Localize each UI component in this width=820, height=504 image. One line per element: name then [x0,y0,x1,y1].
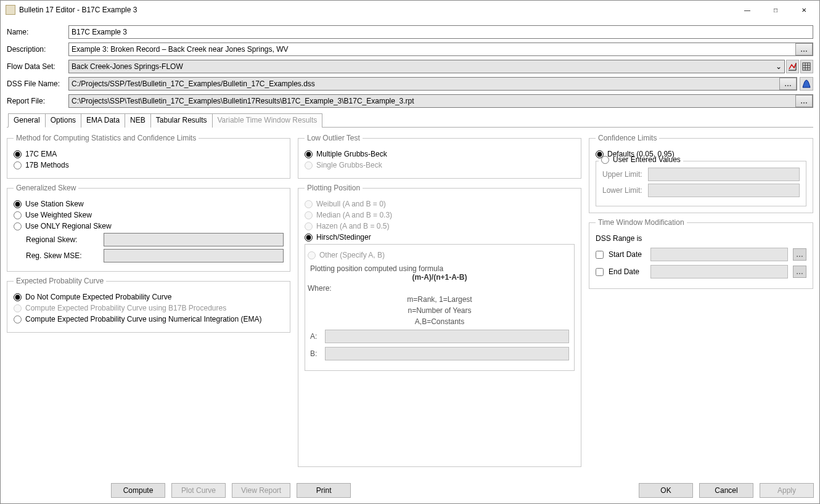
reg-skew-mse-label: Reg. Skew MSE: [26,251,100,260]
tab-options[interactable]: Options [45,113,81,128]
regional-skew-input [104,233,284,246]
a-input [325,330,569,343]
report-file-input[interactable] [68,94,813,108]
radio-regional-skew[interactable] [14,222,22,230]
plot-formula-desc: Plotting position computed using formula [310,264,569,273]
method-legend: Method for Computing Statistics and Conf… [14,134,199,142]
plot-ab-desc: A,B=Constants [308,317,572,326]
radio-hirsch-stedinger[interactable] [305,234,313,242]
svg-rect-0 [803,63,810,70]
b-label: B: [310,349,319,358]
compute-button[interactable]: Compute [111,483,165,498]
flow-data-set-combo[interactable]: Back Creek-Jones Springs-FLOW ⌄ [68,60,785,73]
view-report-button: View Report [232,483,290,498]
plot-m-desc: m=Rank, 1=Largest [308,295,572,304]
description-label: Description: [7,45,68,54]
ok-button[interactable]: OK [639,483,693,498]
radio-17b-methods[interactable] [14,161,22,169]
radio-multiple-grubbs-beck[interactable] [305,150,313,158]
confidence-limits-group: Confidence Limits Defaults (0.05, 0.95) … [589,134,813,213]
radio-hazen [305,222,313,230]
upper-limit-input [648,168,800,181]
app-icon [6,5,15,15]
tab-tabular-results[interactable]: Tabular Results [150,113,213,128]
check-end-date[interactable] [596,268,604,276]
plotting-position-legend: Plotting Position [305,184,363,192]
plotting-position-group: Plotting Position Weibull (A and B = 0) … [298,184,581,467]
start-date-picker-button: … [793,248,806,261]
radio-station-skew[interactable] [14,200,22,208]
tab-neb[interactable]: NEB [125,113,151,128]
time-window-group: Time Window Modification DSS Range is St… [589,218,813,289]
radio-weibull [305,200,313,208]
plot-formula-eq: (m-A)/(n+1-A-B) [308,273,572,282]
name-input[interactable] [68,25,813,39]
check-start-date[interactable] [596,251,604,259]
report-file-label: Report File: [7,97,68,105]
end-date-input [650,265,788,278]
radio-do-not-compute-epc[interactable] [14,293,22,301]
tab-variable-time-window: Variable Time Window Results [212,113,323,128]
regional-skew-label: Regional Skew: [26,235,100,244]
plot-data-button[interactable] [786,60,799,73]
cancel-button[interactable]: Cancel [699,483,753,498]
radio-single-grubbs-beck [305,161,313,169]
start-date-input [650,248,788,261]
radio-other-ab [308,251,316,259]
end-date-label: End Date [609,267,646,276]
dss-file-input[interactable] [68,77,797,91]
expected-prob-legend: Expected Probablity Curve [14,277,106,285]
user-entered-subgroup: User Entered Values Upper Limit: Lower L… [596,161,806,206]
tab-bar: General Options EMA Data NEB Tabular Res… [7,113,813,128]
dss-file-browse-button[interactable]: … [779,78,797,90]
lower-limit-input [648,184,800,197]
radio-weighted-skew[interactable] [14,211,22,219]
start-date-label: Start Date [609,250,646,259]
skew-legend: Generalized Skew [14,184,78,192]
name-label: Name: [7,28,68,36]
a-label: A: [310,332,319,341]
skew-group: Generalized Skew Use Station Skew Use We… [7,184,290,272]
low-outlier-legend: Low Outlier Test [305,134,363,142]
chevron-down-icon: ⌄ [776,62,782,71]
flow-data-set-label: Flow Data Set: [7,62,68,71]
confidence-limits-legend: Confidence Limits [596,134,659,142]
window-title: Bulletin 17 Editor - B17C Example 3 [19,6,733,14]
radio-user-entered[interactable] [601,156,609,164]
flow-data-set-value: Back Creek-Jones Springs-FLOW [72,62,183,71]
reg-skew-mse-input [104,249,284,262]
dss-range-label: DSS Range is [596,234,806,243]
distribution-button[interactable] [800,77,813,91]
low-outlier-group: Low Outlier Test Multiple Grubbs-Beck Si… [298,134,581,179]
titlebar: Bulletin 17 Editor - B17C Example 3 — □ … [1,1,819,19]
apply-button: Apply [760,483,814,498]
tab-ema-data[interactable]: EMA Data [81,113,125,128]
plot-where-label: Where: [308,284,572,293]
plot-curve-button: Plot Curve [171,483,226,498]
maximize-button[interactable]: □ [761,1,790,19]
lower-limit-label: Lower Limit: [602,186,644,195]
description-input[interactable] [68,43,813,56]
close-button[interactable]: ✕ [790,1,818,19]
expected-prob-group: Expected Probablity Curve Do Not Compute… [7,277,290,333]
upper-limit-label: Upper Limit: [602,170,644,179]
b-input [325,347,569,360]
description-browse-button[interactable]: … [795,43,813,55]
radio-median [305,211,313,219]
minimize-button[interactable]: — [733,1,761,19]
dss-file-label: DSS File Name: [7,79,68,88]
report-file-browse-button[interactable]: … [795,95,813,107]
tab-general[interactable]: General [8,113,46,128]
method-group: Method for Computing Statistics and Conf… [7,134,290,179]
radio-epc-b17b [14,304,22,312]
time-window-legend: Time Window Modification [596,218,687,227]
tabulate-data-button[interactable] [800,60,813,73]
end-date-picker-button: … [793,266,806,278]
plot-n-desc: n=Number of Years [308,306,572,315]
print-button[interactable]: Print [297,483,351,498]
radio-epc-ema[interactable] [14,315,22,323]
radio-17c-ema[interactable] [14,150,22,158]
